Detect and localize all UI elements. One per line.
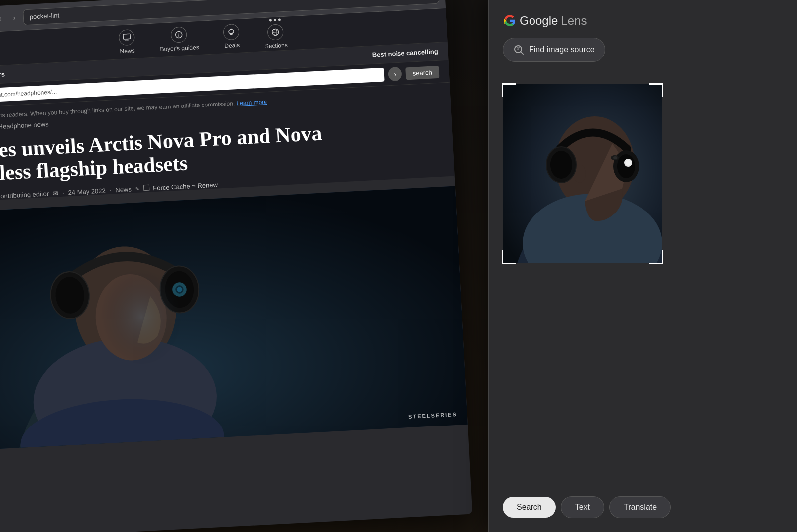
- selection-corner-bl: [502, 250, 516, 264]
- deals-label: Deals: [224, 41, 240, 49]
- selection-corner-tr: [649, 83, 663, 97]
- edit-icon: ✎: [135, 186, 139, 192]
- svg-line-25: [521, 52, 523, 54]
- hero-person-svg: [0, 186, 468, 450]
- browser-window: ‹ › pocket-lint News i: [0, 0, 472, 532]
- svg-point-26: [517, 48, 519, 50]
- force-cache-label: Force Cache = Renew: [143, 181, 218, 193]
- nav-item-buyers-guides[interactable]: i Buyer's guides: [159, 26, 199, 53]
- buyers-guides-label: Buyer's guides: [160, 44, 199, 53]
- address-text: pocket-lint: [29, 12, 59, 21]
- hero-image: STEELSERIES: [0, 186, 468, 450]
- sections-label: Sections: [265, 42, 288, 50]
- selection-corner-br: [649, 250, 663, 264]
- forward-icon[interactable]: ›: [9, 12, 19, 23]
- svg-point-40: [613, 156, 617, 159]
- lens-text: Lens: [561, 14, 587, 28]
- text-tab[interactable]: Text: [561, 496, 604, 518]
- svg-rect-0: [123, 34, 131, 39]
- globe-icon: [267, 24, 284, 41]
- google-lens-title: Google Lens: [503, 14, 783, 28]
- learn-more-link[interactable]: Learn more: [236, 98, 267, 106]
- search-button[interactable]: search: [405, 65, 439, 79]
- email-icon: ✉: [53, 190, 59, 198]
- lens-tabs: Search Text Translate: [489, 486, 797, 532]
- translate-tab[interactable]: Translate: [609, 496, 671, 518]
- svg-point-36: [617, 154, 635, 178]
- svg-line-8: [272, 32, 279, 33]
- google-lens-panel: Google Lens Find image source: [488, 0, 797, 532]
- google-g-icon: [503, 14, 517, 28]
- back-icon[interactable]: ‹: [0, 13, 5, 24]
- top-bar-right-text: Best noise cancelling: [372, 48, 438, 59]
- publish-date: 24 May 2022: [68, 187, 106, 197]
- svg-point-38: [626, 160, 631, 165]
- nav-buttons: ‹ ›: [0, 12, 19, 23]
- news-label: News: [120, 47, 135, 55]
- nav-item-news[interactable]: News: [118, 29, 135, 55]
- news-icon: [118, 29, 135, 46]
- url-text: pocket-lint.com/headphones/...: [0, 88, 57, 100]
- lens-search-icon: [513, 44, 524, 55]
- search-tab[interactable]: Search: [503, 497, 556, 518]
- deals-icon: [223, 23, 240, 40]
- lens-header: Google Lens Find image source: [489, 0, 797, 72]
- selection-corner-tl: [502, 83, 516, 97]
- svg-text:i: i: [178, 33, 180, 38]
- svg-point-34: [550, 151, 572, 179]
- nav-item-deals[interactable]: Deals: [223, 23, 240, 49]
- navigate-icon[interactable]: ›: [388, 67, 402, 81]
- lens-image-preview: [503, 84, 662, 263]
- force-cache-text: Force Cache = Renew: [153, 181, 218, 192]
- separator: ·: [62, 189, 64, 197]
- force-cache-checkbox[interactable]: [143, 185, 149, 191]
- nav-item-sections[interactable]: Sections: [264, 18, 288, 50]
- sections-dots-icon: [269, 18, 280, 21]
- find-image-source-button[interactable]: Find image source: [503, 38, 605, 62]
- author-role: Contributing editor: [0, 190, 49, 201]
- top-bar-left-text: Top in-ears: [0, 71, 5, 80]
- lens-preview-svg: [503, 84, 662, 263]
- buyers-guides-icon: i: [170, 26, 187, 43]
- article-tag: News: [115, 186, 132, 194]
- lens-image-frame: [503, 84, 662, 263]
- find-image-source-label: Find image source: [529, 45, 595, 54]
- google-text: Google: [520, 14, 558, 28]
- separator2: ·: [109, 187, 111, 194]
